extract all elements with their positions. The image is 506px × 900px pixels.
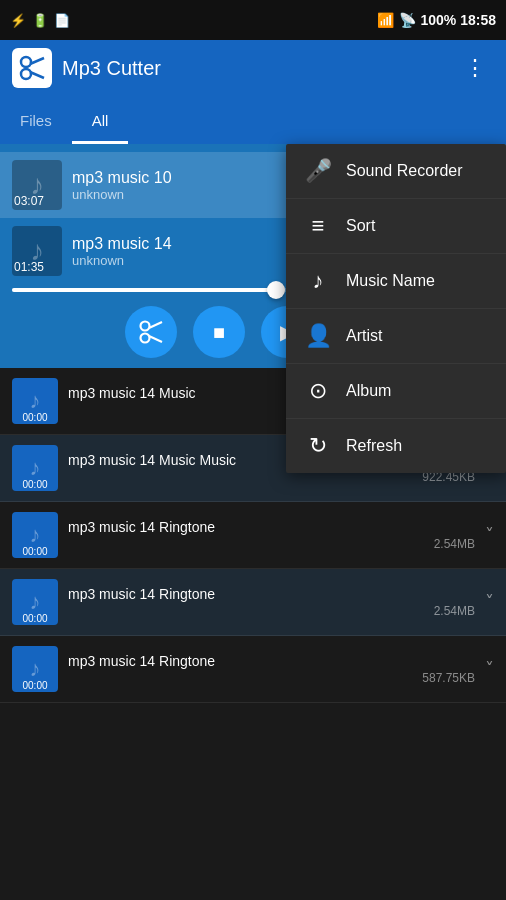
chevron-down-icon: ˅: [485, 658, 494, 680]
music-note-icon: ♪: [30, 522, 41, 548]
scissors-logo-icon: [18, 54, 46, 82]
scissors-icon: [138, 319, 164, 345]
album-icon: ⊙: [304, 378, 332, 404]
status-left-icons: ⚡ 🔋 📄: [10, 13, 70, 28]
dropdown-item-sound-recorder[interactable]: 🎤 Sound Recorder: [286, 144, 506, 199]
artist-label: Artist: [346, 327, 382, 345]
app-title: Mp3 Cutter: [62, 57, 161, 80]
charging-icon: ⚡: [10, 13, 26, 28]
file-time: 00:00: [12, 479, 58, 490]
svg-point-1: [21, 69, 31, 79]
doc-icon: 📄: [54, 13, 70, 28]
signal-icons: 📶 📡: [377, 12, 416, 28]
file-meta: 2.54MB: [68, 604, 475, 618]
status-right: 📶 📡 100% 18:58: [377, 12, 496, 28]
dropdown-item-album[interactable]: ⊙ Album: [286, 364, 506, 419]
file-meta: 587.75KB: [68, 671, 475, 685]
tab-all[interactable]: All: [72, 96, 129, 144]
file-name: mp3 music 14 Ringtone: [68, 519, 475, 535]
file-size: 2.54MB: [434, 604, 475, 618]
chevron-down-icon: ˅: [485, 591, 494, 613]
file-list-item[interactable]: ♪ 00:00 mp3 music 14 Ringtone 2.54MB ˅: [0, 502, 506, 569]
svg-point-4: [141, 322, 150, 331]
dropdown-item-sort[interactable]: ≡ Sort: [286, 199, 506, 254]
svg-line-7: [149, 336, 162, 342]
track2-thumbnail: ♪ 01:35: [12, 226, 62, 276]
svg-point-0: [21, 57, 31, 67]
dropdown-item-music-name[interactable]: ♪ Music Name: [286, 254, 506, 309]
tab-bar: Files All: [0, 96, 506, 144]
file-list-item[interactable]: ♪ 00:00 mp3 music 14 Ringtone 2.54MB ˅: [0, 569, 506, 636]
album-label: Album: [346, 382, 391, 400]
file-size: 2.54MB: [434, 537, 475, 551]
file-time: 00:00: [12, 412, 58, 423]
time-display: 18:58: [460, 12, 496, 28]
file-name: mp3 music 14 Ringtone: [68, 653, 475, 669]
dropdown-item-refresh[interactable]: ↻ Refresh: [286, 419, 506, 473]
file-time: 00:00: [12, 546, 58, 557]
file-thumbnail: ♪ 00:00: [12, 445, 58, 491]
file-info: mp3 music 14 Ringtone 2.54MB: [68, 586, 475, 618]
file-size: 587.75KB: [422, 671, 475, 685]
music-note-icon: ♪: [30, 388, 41, 414]
tab-files[interactable]: Files: [0, 96, 72, 144]
status-bar: ⚡ 🔋 📄 📶 📡 100% 18:58: [0, 0, 506, 40]
music-name-label: Music Name: [346, 272, 435, 290]
track1-time: 03:07: [14, 194, 44, 208]
app-logo: [12, 48, 52, 88]
dropdown-menu: 🎤 Sound Recorder≡ Sort♪ Music Name👤 Arti…: [286, 144, 506, 473]
signal-icon: 📡: [399, 12, 416, 28]
chevron-down-icon: ˅: [485, 524, 494, 546]
music-name-icon: ♪: [304, 268, 332, 294]
artist-icon: 👤: [304, 323, 332, 349]
scissors-button[interactable]: [125, 306, 177, 358]
seek-thumb[interactable]: [267, 281, 285, 299]
file-thumbnail: ♪ 00:00: [12, 378, 58, 424]
app-bar-left: Mp3 Cutter: [12, 48, 161, 88]
music-note-icon: ♪: [30, 656, 41, 682]
track1-thumbnail: ♪ 03:07: [12, 160, 62, 210]
file-name: mp3 music 14 Ringtone: [68, 586, 475, 602]
file-time: 00:00: [12, 680, 58, 691]
dropdown-item-artist[interactable]: 👤 Artist: [286, 309, 506, 364]
file-meta: 2.54MB: [68, 537, 475, 551]
file-info: mp3 music 14 Ringtone 2.54MB: [68, 519, 475, 551]
stop-icon: ■: [213, 321, 225, 344]
battery-percent: 100%: [420, 12, 456, 28]
file-time: 00:00: [12, 613, 58, 624]
music-note-icon: ♪: [30, 455, 41, 481]
file-thumbnail: ♪ 00:00: [12, 579, 58, 625]
overflow-menu-button[interactable]: ⋮: [456, 47, 494, 89]
wifi-icon: 📶: [377, 12, 394, 28]
file-info: mp3 music 14 Ringtone 587.75KB: [68, 653, 475, 685]
file-thumbnail: ♪ 00:00: [12, 512, 58, 558]
seek-fill: [12, 288, 277, 292]
svg-point-5: [141, 334, 150, 343]
file-thumbnail: ♪ 00:00: [12, 646, 58, 692]
svg-line-6: [149, 322, 162, 328]
track2-time: 01:35: [14, 260, 44, 274]
music-note-icon: ♪: [30, 589, 41, 615]
file-list-item[interactable]: ♪ 00:00 mp3 music 14 Ringtone 587.75KB ˅: [0, 636, 506, 703]
stop-button[interactable]: ■: [193, 306, 245, 358]
sound-recorder-icon: 🎤: [304, 158, 332, 184]
sort-icon: ≡: [304, 213, 332, 239]
sound-recorder-label: Sound Recorder: [346, 162, 463, 180]
refresh-icon: ↻: [304, 433, 332, 459]
refresh-label: Refresh: [346, 437, 402, 455]
battery-icon: 🔋: [32, 13, 48, 28]
sort-label: Sort: [346, 217, 375, 235]
app-bar: Mp3 Cutter ⋮: [0, 40, 506, 96]
